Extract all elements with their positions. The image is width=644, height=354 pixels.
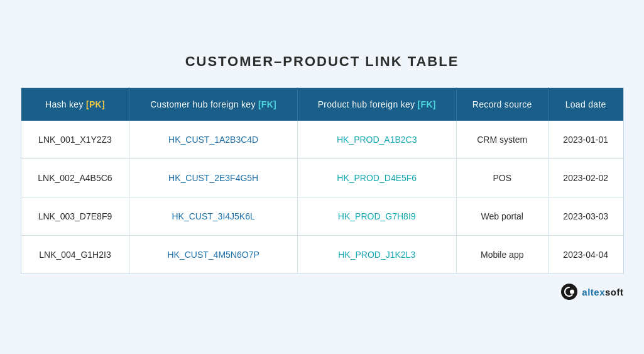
svg-point-0 [561,284,577,300]
cell-record-source: CRM system [456,121,548,159]
link-table: Hash key [PK] Customer hub foreign key [… [21,87,624,274]
cell-hash-key: LNK_003_D7E8F9 [21,197,129,236]
page-title: CUSTOMER–PRODUCT LINK TABLE [185,53,459,70]
table-row: LNK_003_D7E8F9HK_CUST_3I4J5K6LHK_PROD_G7… [21,197,623,236]
cell-load-date: 2023-04-04 [548,236,623,274]
cell-hash-key: LNK_004_G1H2I3 [21,236,129,274]
table-row: LNK_004_G1H2I3HK_CUST_4M5N6O7PHK_PROD_J1… [21,236,623,274]
cell-record-source: Web portal [456,197,548,236]
pk-badge: [PK] [86,99,105,109]
cell-load-date: 2023-01-01 [548,121,623,159]
col-load-date: Load date [548,88,623,121]
altexsoft-logo-icon [560,283,578,301]
page-wrapper: CUSTOMER–PRODUCT LINK TABLE Hash key [PK… [21,53,624,301]
cell-cust-fk: HK_CUST_3I4J5K6L [129,197,297,236]
svg-point-1 [570,290,574,294]
table-body: LNK_001_X1Y2Z3HK_CUST_1A2B3C4DHK_PROD_A1… [21,121,623,274]
cell-load-date: 2023-02-02 [548,159,623,197]
cell-hash-key: LNK_001_X1Y2Z3 [21,121,129,159]
col-prod-fk: Product hub foreign key [FK] [297,88,456,121]
cell-prod-fk: HK_PROD_G7H8I9 [297,197,456,236]
cell-record-source: POS [456,159,548,197]
cell-hash-key: LNK_002_A4B5C6 [21,159,129,197]
fk-badge-cust: [FK] [258,99,276,109]
cell-prod-fk: HK_PROD_A1B2C3 [297,121,456,159]
fk-badge-prod: [FK] [418,99,436,109]
cell-load-date: 2023-03-03 [548,197,623,236]
cell-cust-fk: HK_CUST_1A2B3C4D [129,121,297,159]
table-header-row: Hash key [PK] Customer hub foreign key [… [21,88,623,121]
cell-prod-fk: HK_PROD_J1K2L3 [297,236,456,274]
table-row: LNK_002_A4B5C6HK_CUST_2E3F4G5HHK_PROD_D4… [21,159,623,197]
table-row: LNK_001_X1Y2Z3HK_CUST_1A2B3C4DHK_PROD_A1… [21,121,623,159]
col-cust-fk: Customer hub foreign key [FK] [129,88,297,121]
cell-cust-fk: HK_CUST_2E3F4G5H [129,159,297,197]
logo-text: altexsoft [582,287,623,297]
logo-brand: altex [582,287,605,297]
cell-record-source: Mobile app [456,236,548,274]
col-hash-key: Hash key [PK] [21,88,129,121]
cell-prod-fk: HK_PROD_D4E5F6 [297,159,456,197]
logo-area: altexsoft [21,283,624,301]
cell-cust-fk: HK_CUST_4M5N6O7P [129,236,297,274]
col-record-source: Record source [456,88,548,121]
